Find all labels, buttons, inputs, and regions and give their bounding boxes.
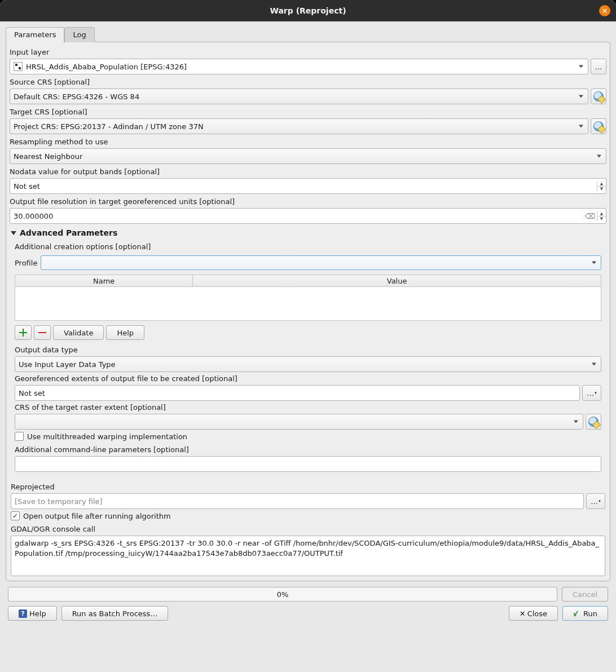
nodata-value: Not set — [10, 182, 597, 191]
cmdline-label: Additional command-line parameters [opti… — [15, 443, 601, 456]
chevron-down-icon — [11, 231, 16, 235]
target-crs-picker-button[interactable] — [591, 118, 606, 134]
multithread-label: Use multithreaded warping implementation — [27, 432, 187, 441]
add-option-button[interactable] — [15, 325, 32, 340]
resampling-combo[interactable]: Nearest Neighbour — [10, 148, 606, 164]
output-resolution-step-down[interactable]: ▼ — [597, 216, 606, 221]
tab-log[interactable]: Log — [64, 27, 94, 42]
output-resolution-label: Output file resolution in target georefe… — [10, 195, 606, 208]
cmdline-input[interactable] — [15, 456, 601, 472]
crs-extent-label: CRS of the target raster extent [optiona… — [15, 401, 601, 414]
run-button[interactable]: Run — [562, 606, 608, 621]
close-icon: ✕ — [520, 609, 526, 618]
source-crs-value: Default CRS: EPSG:4326 - WGS 84 — [14, 92, 139, 101]
reprojected-browse-button[interactable]: …▾ — [586, 493, 605, 509]
profile-combo[interactable] — [41, 255, 601, 270]
remove-option-button[interactable] — [34, 325, 51, 340]
help-button-label: Help — [29, 609, 46, 618]
target-crs-combo[interactable]: Project CRS: EPSG:20137 - Adindan / UTM … — [10, 118, 588, 134]
resampling-label: Resampling method to use — [10, 135, 606, 148]
multithread-checkbox[interactable] — [15, 432, 24, 441]
input-layer-combo[interactable]: HRSL_Addis_Ababa_Population [EPSG:4326] — [10, 59, 588, 74]
output-dtype-value: Use Input Layer Data Type — [19, 360, 116, 369]
advanced-parameters-label: Advanced Parameters — [20, 228, 117, 237]
window-title: Warp (Reproject) — [270, 6, 346, 15]
creation-options-table-header: Name Value — [15, 275, 601, 287]
col-value-header: Value — [193, 275, 601, 286]
nodata-label: Nodata value for output bands [optional] — [10, 165, 606, 178]
title-bar: Warp (Reproject) ✕ — [0, 0, 616, 21]
progress-text: 0% — [277, 590, 289, 599]
tab-parameters[interactable]: Parameters — [6, 27, 64, 42]
open-after-label: Open output file after running algorithm — [23, 512, 171, 520]
help-icon: ? — [19, 609, 27, 618]
resampling-value: Nearest Neighbour — [14, 152, 82, 161]
close-button[interactable]: ✕ Close — [509, 606, 558, 621]
console-call-text[interactable]: gdalwarp -s_srs EPSG:4326 -t_srs EPSG:20… — [11, 536, 605, 576]
output-dtype-combo[interactable]: Use Input Layer Data Type — [15, 356, 601, 372]
tab-bar: Parameters Log — [6, 27, 610, 42]
help-button[interactable]: ? Help — [8, 606, 57, 621]
close-window-icon[interactable]: ✕ — [599, 5, 610, 16]
reprojected-placeholder: [Save to temporary file] — [15, 497, 103, 506]
geo-extent-label: Georeferenced extents of output file to … — [15, 372, 601, 385]
input-layer-browse-button[interactable]: ... — [591, 59, 606, 74]
run-button-label: Run — [583, 609, 597, 618]
crs-extent-picker-button[interactable] — [586, 414, 601, 430]
raster-layer-icon — [14, 62, 23, 71]
crs-globe-icon — [593, 121, 604, 131]
run-batch-button[interactable]: Run as Batch Process… — [61, 606, 169, 621]
geo-extent-input[interactable]: Not set — [15, 385, 580, 401]
output-resolution-value: 30.000000 — [10, 212, 583, 220]
options-help-button[interactable]: Help — [106, 325, 144, 340]
output-resolution-spin[interactable]: 30.000000 ⌫ ▲ ▼ — [10, 208, 606, 224]
output-dtype-label: Output data type — [15, 343, 601, 356]
validate-button[interactable]: Validate — [53, 325, 104, 340]
output-resolution-step-up[interactable]: ▲ — [597, 211, 606, 216]
reprojected-output-input[interactable]: [Save to temporary file] — [11, 493, 584, 509]
console-call-value: gdalwarp -s_srs EPSG:4326 -t_srs EPSG:20… — [15, 538, 601, 558]
nodata-step-up[interactable]: ▲ — [597, 182, 606, 187]
nodata-step-down[interactable]: ▼ — [597, 187, 606, 191]
crs-globe-icon — [588, 417, 599, 427]
reprojected-label: Reprojected — [11, 480, 605, 493]
plus-icon — [19, 329, 27, 337]
input-layer-value: HRSL_Addis_Ababa_Population [EPSG:4326] — [26, 63, 187, 71]
geo-extent-value: Not set — [19, 389, 45, 397]
output-resolution-clear-icon[interactable]: ⌫ — [583, 212, 597, 220]
open-after-checkbox[interactable]: ✓ — [11, 511, 20, 520]
cancel-button: Cancel — [562, 587, 608, 602]
progress-bar: 0% — [8, 587, 557, 602]
source-crs-combo[interactable]: Default CRS: EPSG:4326 - WGS 84 — [10, 89, 588, 104]
crs-extent-combo[interactable] — [15, 414, 583, 430]
profile-label: Profile — [15, 259, 37, 267]
advanced-parameters-toggle[interactable]: Advanced Parameters — [10, 225, 606, 240]
close-button-label: Close — [527, 609, 547, 618]
nodata-spin[interactable]: Not set ▲ ▼ — [10, 178, 606, 194]
crs-globe-icon — [593, 91, 604, 101]
minus-icon — [38, 332, 46, 333]
run-icon — [573, 609, 581, 617]
target-crs-label: Target CRS [optional] — [10, 105, 606, 118]
additional-creation-label: Additional creation options [optional] — [15, 240, 601, 253]
input-layer-label: Input layer — [10, 46, 606, 59]
console-call-label: GDAL/OGR console call — [11, 523, 605, 536]
source-crs-label: Source CRS [optional] — [10, 76, 606, 89]
geo-extent-browse-button[interactable]: …▾ — [582, 385, 601, 401]
col-name-header: Name — [15, 275, 193, 286]
creation-options-table[interactable] — [15, 287, 601, 321]
source-crs-picker-button[interactable] — [591, 89, 606, 104]
target-crs-value: Project CRS: EPSG:20137 - Adindan / UTM … — [14, 122, 204, 131]
